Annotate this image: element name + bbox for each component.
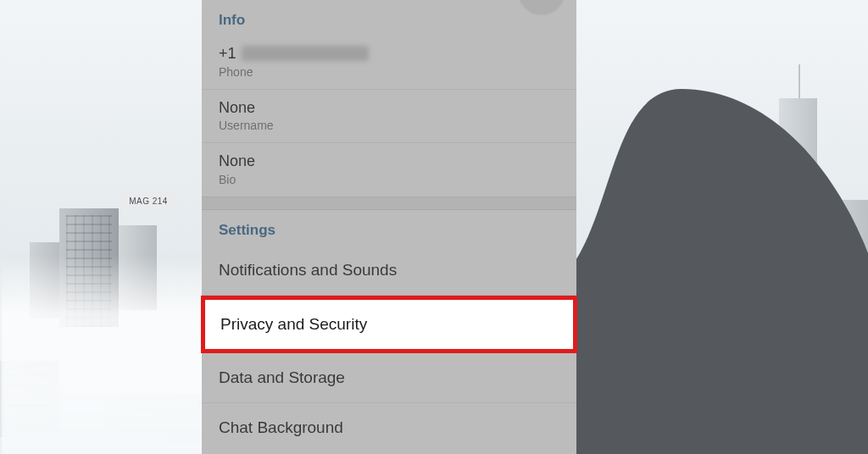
building-sign: MAG 214 bbox=[120, 191, 176, 210]
settings-panel: Info +1 Phone None Username None Bio Set… bbox=[202, 0, 576, 454]
settings-item-privacy-wrap: Privacy and Security bbox=[201, 296, 577, 353]
phone-row[interactable]: +1 Phone bbox=[202, 36, 576, 90]
settings-item-data[interactable]: Data and Storage bbox=[202, 353, 576, 403]
phone-redacted bbox=[242, 46, 369, 61]
phone-label: Phone bbox=[219, 65, 559, 79]
settings-header: Settings bbox=[202, 210, 576, 246]
settings-item-chat-bg[interactable]: Chat Background bbox=[202, 403, 576, 452]
stage: MAG 214 Info +1 Phone None Usern bbox=[0, 0, 868, 454]
info-header: Info bbox=[202, 0, 576, 36]
bio-value: None bbox=[219, 152, 559, 171]
username-row[interactable]: None Username bbox=[202, 90, 576, 144]
section-divider bbox=[202, 197, 576, 210]
bio-label: Bio bbox=[219, 173, 559, 186]
username-value: None bbox=[219, 98, 559, 118]
phone-prefix: +1 bbox=[219, 44, 236, 64]
settings-item-privacy[interactable]: Privacy and Security bbox=[201, 296, 577, 353]
bio-row[interactable]: None Bio bbox=[202, 143, 576, 197]
settings-item-notifications[interactable]: Notifications and Sounds bbox=[202, 246, 576, 296]
username-label: Username bbox=[219, 119, 559, 132]
